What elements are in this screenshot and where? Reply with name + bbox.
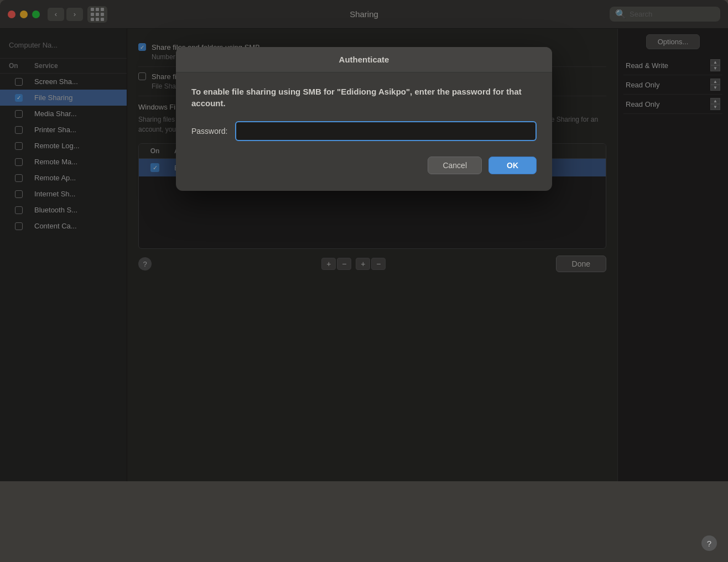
modal-body: To enable file sharing using SMB for "Ed… <box>176 72 552 191</box>
main-window: ‹ › Sharing 🔍 Computer Na... On Service <box>0 0 728 481</box>
authenticate-modal: Authenticate To enable file sharing usin… <box>176 47 552 191</box>
modal-overlay: Authenticate To enable file sharing usin… <box>0 0 728 481</box>
password-label: Password: <box>191 127 227 136</box>
password-row: Password: <box>191 121 537 141</box>
global-help-button[interactable]: ? <box>701 535 717 551</box>
modal-message: To enable file sharing using SMB for "Ed… <box>191 86 537 109</box>
password-input[interactable] <box>235 121 537 141</box>
ok-button[interactable]: OK <box>488 157 537 174</box>
modal-title: Authenticate <box>176 47 552 72</box>
cancel-button[interactable]: Cancel <box>428 157 482 174</box>
modal-buttons: Cancel OK <box>191 157 537 178</box>
